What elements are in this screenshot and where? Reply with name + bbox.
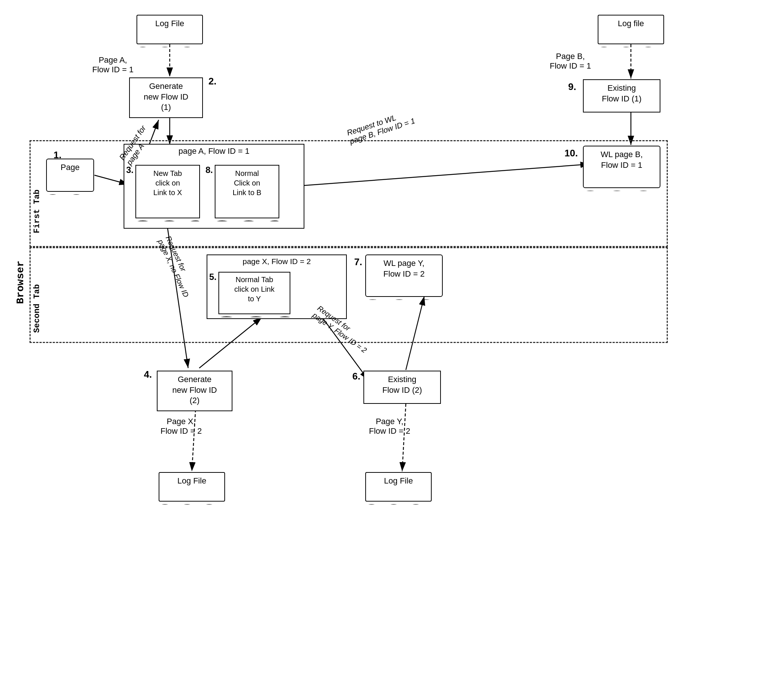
page-a-flow1-label: Page A,Flow ID = 1: [92, 55, 133, 75]
normal-tab-click-box: Normal Tabclick on Linkto Y: [218, 272, 290, 314]
new-tab-click-box: New Tabclick onLink to X: [135, 165, 200, 218]
step-2-label: 2.: [208, 76, 217, 87]
second-tab-label: Second Tab: [32, 284, 42, 333]
step-9-label: 9.: [568, 81, 576, 93]
normal-click-box: NormalClick onLink to B: [215, 165, 279, 218]
log-file-bottom-right: Log File: [365, 472, 432, 502]
wl-page-y: WL page Y,Flow ID = 2: [365, 255, 443, 297]
page-a-flow-label: page A, Flow ID = 1: [178, 147, 250, 156]
generate-flow-id-2: Generatenew Flow ID(2): [157, 371, 232, 411]
log-file-bottom-left: Log File: [158, 472, 225, 502]
existing-flow-id-2: ExistingFlow ID (2): [363, 371, 441, 404]
first-tab-label: First Tab: [32, 190, 42, 233]
svg-line-13: [402, 404, 406, 471]
step-7-label: 7.: [354, 256, 362, 268]
step-5-label: 5.: [209, 272, 217, 282]
page-x-flow-label: page X, Flow ID = 2: [242, 257, 311, 266]
page-a-flow-container: page A, Flow ID = 1 3. New Tabclick onLi…: [123, 144, 304, 229]
step-10-label: 10.: [565, 148, 578, 159]
step-6-label: 6.: [352, 371, 360, 382]
page-box: Page: [46, 158, 94, 192]
wl-page-b: WL page B,Flow ID = 1: [583, 146, 660, 188]
log-file-top-right: Log file: [598, 15, 664, 44]
page-x-flow2-label: Page X,Flow ID = 2: [160, 417, 202, 436]
step-8-label: 8.: [205, 165, 213, 175]
page-b-flow1-label: Page B,Flow ID = 1: [550, 52, 591, 71]
step-3-label: 3.: [126, 165, 133, 175]
step-4-label: 4.: [144, 369, 152, 380]
existing-flow-id-1: ExistingFlow ID (1): [583, 79, 660, 112]
browser-label: Browser: [15, 261, 26, 304]
generate-flow-id-1: Generatenew Flow ID(1): [129, 77, 203, 118]
page-y-flow2-label: Page Y,Flow ID = 2: [369, 417, 410, 436]
log-file-top-left: Log File: [137, 15, 203, 44]
